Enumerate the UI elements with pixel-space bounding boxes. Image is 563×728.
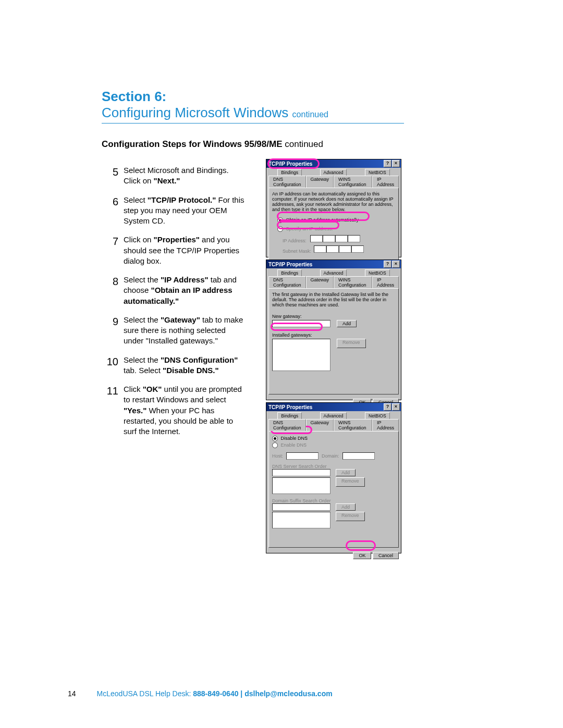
mask-seg[interactable] xyxy=(339,245,351,253)
radio-row-disable: Disable DNS xyxy=(272,436,395,441)
input-suffix[interactable] xyxy=(272,503,331,511)
tab-netbios[interactable]: NetBIOS xyxy=(365,169,390,176)
footer-sep: | xyxy=(240,689,244,698)
help-icon[interactable]: ? xyxy=(384,261,391,268)
radio-specify[interactable] xyxy=(277,226,283,232)
tab-wins[interactable]: WINS Configuration xyxy=(334,276,372,288)
tab-advanced[interactable]: Advanced xyxy=(320,269,347,276)
panel: An IP address can be automatically assig… xyxy=(268,188,399,263)
radio-row-specify: Specify an IP address: xyxy=(277,226,395,232)
step-text: Select Microsoft and Bindings. Click on … xyxy=(124,165,248,187)
close-icon[interactable]: × xyxy=(392,403,400,411)
row-dns-search: Add xyxy=(272,469,395,476)
tab-ip-address[interactable]: IP Address xyxy=(372,176,399,188)
tab-ip-address[interactable]: IP Address xyxy=(372,276,399,288)
radio-enable-dns[interactable] xyxy=(272,442,278,448)
label-mask: Subnet Mask: xyxy=(283,249,311,254)
remove-button[interactable]: Remove xyxy=(336,512,365,521)
ip-auto-msg: An IP address can be automatically assig… xyxy=(272,191,395,212)
tab-bindings[interactable]: Bindings xyxy=(277,412,302,419)
step-text: Select the "Gateway" tab to make sure th… xyxy=(124,315,248,347)
cancel-button[interactable]: Cancel xyxy=(373,552,399,559)
step-text: Click on "Properties" and you should see… xyxy=(124,235,248,266)
mask-seg[interactable] xyxy=(314,245,326,253)
tab-advanced[interactable]: Advanced xyxy=(320,412,347,419)
tab-gateway[interactable]: Gateway xyxy=(306,176,334,188)
close-icon[interactable]: × xyxy=(392,261,400,268)
section-title: Configuring Microsoft Windows continued xyxy=(102,105,404,121)
step-8: 8 Select the "IP Address" tab and choose… xyxy=(102,275,248,306)
ip-seg[interactable] xyxy=(323,235,335,242)
help-icon[interactable]: ? xyxy=(384,403,391,411)
footer-phone: 888-849-0640 xyxy=(193,689,238,698)
ip-seg[interactable] xyxy=(348,235,360,242)
window-buttons: ? × xyxy=(383,261,400,268)
mask-seg[interactable] xyxy=(326,245,339,253)
list-installed-gateways[interactable] xyxy=(272,339,331,371)
mask-seg[interactable] xyxy=(351,245,364,253)
row-suffix-list: Remove xyxy=(272,512,395,528)
step-text: Select the "DNS Configuration" tab. Sele… xyxy=(124,355,248,376)
tab-dns-config[interactable]: DNS Configuration xyxy=(268,276,306,288)
dialog-footer: OK Cancel xyxy=(266,550,401,561)
document-page: Section 6: Configuring Microsoft Windows… xyxy=(0,0,563,728)
row-suffix: Add xyxy=(272,503,395,511)
list-dns-search[interactable] xyxy=(272,477,331,494)
tab-ip-address[interactable]: IP Address xyxy=(372,419,399,431)
label-obtain-auto: Obtain an IP address automatically xyxy=(286,217,359,223)
input-domain[interactable] xyxy=(342,452,375,460)
window-buttons: ? × xyxy=(383,160,400,167)
radio-row-auto: Obtain an IP address automatically xyxy=(277,217,395,223)
add-button[interactable]: Add xyxy=(337,320,357,327)
add-button[interactable]: Add xyxy=(336,469,356,476)
tab-wins[interactable]: WINS Configuration xyxy=(334,419,372,431)
step-number: 8 xyxy=(102,275,118,289)
section-number: Section 6: xyxy=(102,89,404,105)
input-new-gateway[interactable] xyxy=(272,320,331,327)
ip-seg[interactable] xyxy=(335,235,348,242)
window-title: TCP/IP Properties xyxy=(267,262,312,267)
step-5: 5 Select Microsoft and Bindings. Click o… xyxy=(102,165,248,187)
radio-obtain-auto[interactable] xyxy=(277,217,283,223)
section-title-suffix: continued xyxy=(292,110,328,119)
row-dns-list: Remove xyxy=(272,477,395,494)
tab-dns-config[interactable]: DNS Configuration xyxy=(268,419,306,431)
close-icon[interactable]: × xyxy=(392,160,400,167)
step-6: 6 Select "TCP/IP Protocol." For this ste… xyxy=(102,195,248,227)
label-host: Host: xyxy=(272,453,283,459)
tab-advanced[interactable]: Advanced xyxy=(320,169,347,176)
screenshot-column: TCP/IP Properties ? × Bindings Advanced … xyxy=(266,159,401,556)
label-enable-dns: Enable DNS xyxy=(281,442,307,448)
list-suffix[interactable] xyxy=(272,512,331,528)
footer-text: McLeodUSA DSL Help Desk: 888-849-0640 | … xyxy=(97,689,333,698)
ip-seg[interactable] xyxy=(310,235,323,242)
dialog-gateway: TCP/IP Properties ? × Bindings Advanced … xyxy=(266,260,401,400)
dialog-dns: TCP/IP Properties ? × Bindings Advanced … xyxy=(266,402,401,553)
subheading: Configuration Steps for Windows 95/98/ME… xyxy=(102,139,404,150)
tab-dns-config[interactable]: DNS Configuration xyxy=(268,176,306,188)
remove-button[interactable]: Remove xyxy=(337,339,366,348)
tab-netbios[interactable]: NetBIOS xyxy=(365,269,390,276)
tab-bindings[interactable]: Bindings xyxy=(277,169,302,176)
tab-bindings[interactable]: Bindings xyxy=(277,269,302,276)
help-icon[interactable]: ? xyxy=(384,160,391,167)
row-new-gateway: Add xyxy=(272,320,395,327)
tab-gateway[interactable]: Gateway xyxy=(306,419,334,431)
remove-button[interactable]: Remove xyxy=(336,477,365,487)
section-title-main: Configuring Microsoft Windows xyxy=(102,105,288,120)
label-disable-dns: Disable DNS xyxy=(281,436,308,441)
add-button[interactable]: Add xyxy=(336,503,356,511)
radio-disable-dns[interactable] xyxy=(272,436,278,441)
input-dns-search[interactable] xyxy=(272,469,331,476)
subheading-suffix: continued xyxy=(285,139,323,149)
tab-netbios[interactable]: NetBIOS xyxy=(365,412,390,419)
input-host[interactable] xyxy=(286,452,319,460)
step-number: 9 xyxy=(102,315,118,329)
tabstrip: Bindings Advanced NetBIOS DNS Configurat… xyxy=(266,268,401,288)
titlebar: TCP/IP Properties ? × xyxy=(266,403,401,411)
row-host: Host: Domain: xyxy=(272,452,395,460)
footer-email: dslhelp@mcleodusa.com xyxy=(244,689,332,698)
tab-gateway[interactable]: Gateway xyxy=(306,276,334,288)
tab-wins[interactable]: WINS Configuration xyxy=(334,176,372,188)
ok-button[interactable]: OK xyxy=(353,552,371,559)
